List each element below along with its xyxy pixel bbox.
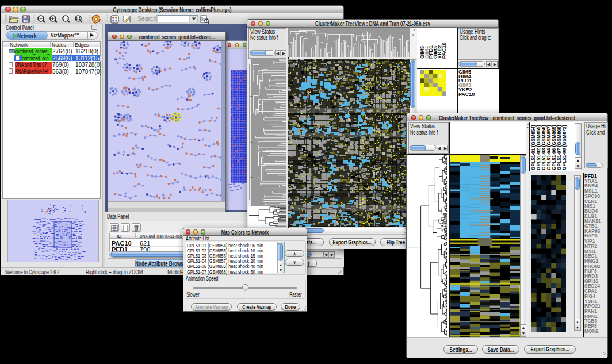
svg-text:Search:: Search:: [137, 15, 158, 22]
svg-text:1:1: 1:1: [76, 17, 81, 20]
